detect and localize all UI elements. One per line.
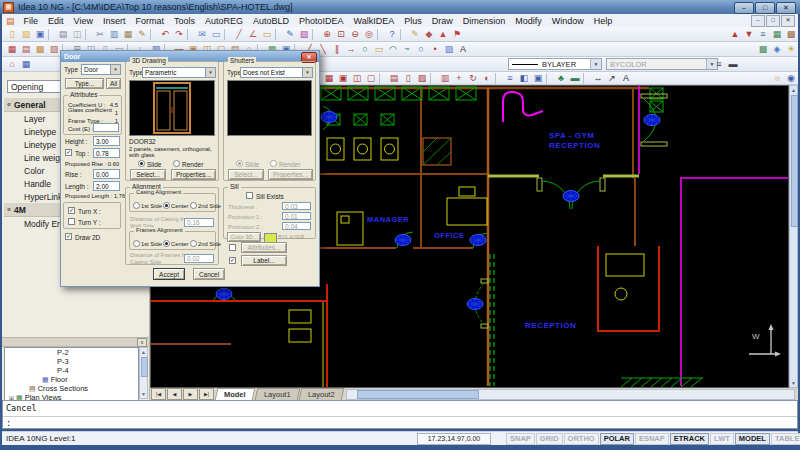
toolbar-icon[interactable] — [583, 73, 590, 84]
shutters-type-dropdown[interactable]: Does not Exist ▼ — [240, 67, 313, 78]
floors-icon[interactable]: ▤ — [19, 43, 33, 55]
ab-label-icon[interactable]: A — [619, 72, 633, 84]
layers-icon[interactable]: ≡ — [756, 28, 770, 40]
frames-center-radio[interactable] — [163, 240, 170, 247]
draw-circle-icon[interactable]: ○ — [358, 43, 372, 55]
topo-icon[interactable]: ▨ — [47, 43, 61, 55]
accept-button[interactable]: Accept — [153, 268, 185, 280]
sun-icon[interactable]: ☀ — [784, 43, 798, 55]
line-icon[interactable]: ╱ — [232, 28, 246, 40]
ab-door-icon[interactable]: ▣ — [336, 72, 350, 84]
mdi-control-button[interactable]: ✕ — [781, 15, 795, 27]
toolbar-icon[interactable] — [48, 29, 55, 40]
flag-icon[interactable]: ⚑ — [450, 28, 464, 40]
match-properties-icon[interactable]: ✎ — [135, 28, 149, 40]
all-button[interactable]: All — [106, 78, 121, 89]
publish-icon[interactable]: ▭ — [209, 28, 223, 40]
ab-column-icon[interactable]: ▯ — [401, 72, 415, 84]
door-type-dropdown[interactable]: Door ▼ — [81, 64, 121, 75]
window-control-button[interactable]: □ — [755, 2, 775, 14]
draw-arrow-icon[interactable]: → — [344, 43, 358, 55]
mdi-control-button[interactable]: □ — [766, 15, 780, 27]
tab-nav-button[interactable]: ◀ — [167, 388, 182, 400]
chevron-down-icon[interactable]: ▼ — [302, 68, 312, 77]
cut-icon[interactable]: ✂ — [93, 28, 107, 40]
down-icon[interactable]: ▼ — [742, 28, 756, 40]
zones-icon[interactable]: ▩ — [33, 43, 47, 55]
text-icon[interactable]: A — [456, 43, 470, 55]
casing-1st-radio[interactable] — [133, 202, 140, 209]
ab-copy-icon[interactable]: ▥ — [438, 72, 452, 84]
polyline-icon[interactable]: ∠ — [246, 28, 260, 40]
toolbar-icon[interactable] — [275, 29, 282, 40]
draw-parallel-icon[interactable]: ∥ — [330, 43, 344, 55]
status-toggle[interactable]: GRID — [536, 433, 563, 445]
scrollbar-thumb[interactable] — [791, 95, 798, 227]
rectangle-icon[interactable]: ▭ — [260, 28, 274, 40]
close-icon[interactable]: x — [137, 338, 147, 347]
house-tool-icon[interactable]: ⌂ — [5, 58, 19, 70]
ab-3d-icon[interactable]: ◧ — [517, 72, 531, 84]
menu-item[interactable]: WalkIDEA — [349, 16, 400, 26]
undo-icon[interactable]: ↶ — [158, 28, 172, 40]
top-field[interactable]: 0.78 — [93, 148, 120, 158]
scrollbar-thumb[interactable] — [357, 390, 479, 399]
turn-y-checkbox[interactable] — [68, 218, 75, 225]
hatch-icon[interactable]: ▨ — [442, 43, 456, 55]
pencil-icon[interactable]: ✎ — [283, 28, 297, 40]
layout-tab[interactable]: Model — [215, 388, 255, 400]
menu-item[interactable]: Insert — [98, 16, 131, 26]
open-icon[interactable]: ▨ — [19, 28, 33, 40]
toolbar-icon[interactable] — [187, 29, 194, 40]
tab-nav-button[interactable]: |◀ — [151, 388, 166, 400]
paste-icon[interactable]: ▦ — [121, 28, 135, 40]
ab-wall-icon[interactable]: ▦ — [322, 72, 336, 84]
scroll-down-icon[interactable]: ▼ — [790, 379, 797, 387]
ab-sun-icon[interactable]: ☼ — [770, 72, 784, 84]
print-preview-icon[interactable]: ◫ — [70, 28, 84, 40]
ab-window-icon[interactable]: ◫ — [350, 72, 364, 84]
copy-icon[interactable]: ▥ — [107, 28, 121, 40]
scroll-down-icon[interactable]: ▼ — [140, 390, 147, 398]
menu-item[interactable]: Modify — [510, 16, 547, 26]
ab-mirror-icon[interactable]: ◐ — [480, 72, 494, 84]
status-toggle[interactable]: SNAP — [506, 433, 535, 445]
lineweight-icon[interactable]: ≡ — [712, 58, 726, 70]
ab-levels-icon[interactable]: ≡ — [503, 72, 517, 84]
menu-item[interactable]: AutoREG — [200, 16, 248, 26]
tab-nav-button[interactable]: ▶| — [199, 388, 214, 400]
toolbar-icon[interactable] — [546, 73, 553, 84]
turn-x-checkbox[interactable]: ✓ — [68, 207, 75, 214]
status-toggle[interactable]: ORTHO — [564, 433, 599, 445]
draw-ellipse-icon[interactable]: ○ — [414, 43, 428, 55]
casing-center-radio[interactable] — [163, 202, 170, 209]
ab-slab-icon[interactable]: ▤ — [387, 72, 401, 84]
ab-car-icon[interactable]: ▬ — [568, 72, 582, 84]
menu-item[interactable]: Draw — [427, 16, 458, 26]
status-toggle[interactable]: MODEL — [735, 433, 770, 445]
print-icon[interactable]: ▤ — [56, 28, 70, 40]
toolbar-icon[interactable] — [470, 43, 756, 55]
menu-item[interactable]: Window — [547, 16, 589, 26]
tree-panel-header[interactable]: x — [2, 337, 149, 347]
toolbar-icon[interactable] — [312, 29, 319, 40]
alert-icon[interactable]: ▲ — [436, 28, 450, 40]
draw-spline-icon[interactable]: ~ — [400, 43, 414, 55]
chevron-down-icon[interactable]: ▼ — [110, 65, 120, 74]
redo-icon[interactable]: ↷ — [172, 28, 186, 40]
sketch-icon[interactable]: ✎ — [408, 28, 422, 40]
chevron-down-icon[interactable]: ▼ — [205, 68, 215, 77]
new-icon[interactable]: ▯ — [5, 28, 19, 40]
paint-icon[interactable]: ▧ — [297, 28, 311, 40]
ab-tree-icon[interactable]: ♣ — [554, 72, 568, 84]
window-control-button[interactable]: – — [734, 2, 754, 14]
render-icon[interactable]: ▩ — [756, 43, 770, 55]
tree-item[interactable]: P-3 — [5, 357, 138, 366]
toolbox-icon[interactable]: ▩ — [784, 28, 798, 40]
tree-item[interactable]: ▦ Floor — [5, 375, 138, 384]
drawing3d-type-dropdown[interactable]: Parametric ▼ — [142, 67, 216, 78]
menu-item[interactable]: Edit — [43, 16, 69, 26]
draw-point-icon[interactable]: • — [428, 43, 442, 55]
menu-item[interactable]: Tools — [169, 16, 200, 26]
linestyle-icon[interactable]: ▬ — [726, 58, 740, 70]
